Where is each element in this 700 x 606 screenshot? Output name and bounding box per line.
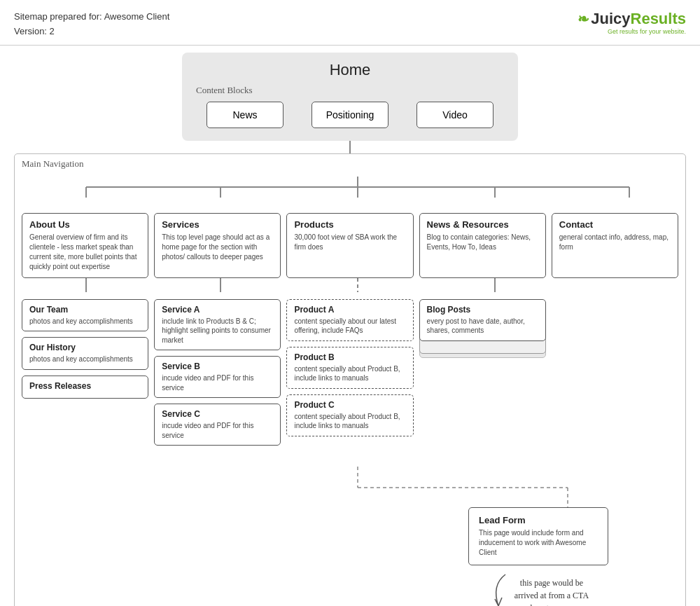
- sitemap-client: Sitemap prepared for: Awesome Client: [14, 10, 169, 25]
- home-child-news: News: [206, 102, 284, 128]
- nav-news-resources: News & Resources Blog to contain categor…: [419, 213, 546, 278]
- logo-tagline: Get results for your website.: [608, 28, 686, 35]
- nav-about-us-desc: General overview of firm and its cliente…: [29, 233, 141, 272]
- lead-form-area: Lead Form This page would include form a…: [22, 467, 678, 606]
- logo: ❧JuicyResults Get results for your websi…: [578, 10, 686, 35]
- news-children: Blog Posts every post to have date, auth…: [419, 299, 546, 446]
- press-releases-title: Press Releases: [29, 381, 141, 391]
- sitemap-area: Home Content Blocks News Positioning Vid…: [0, 46, 700, 606]
- logo-results: Results: [631, 10, 686, 27]
- home-child-positioning-label: Positioning: [326, 109, 374, 120]
- nav-services-title: Services: [162, 219, 273, 230]
- our-team-desc: photos and key accomplishments: [29, 317, 141, 326]
- nav-products: Products 30,000 foot view of SBA work th…: [286, 213, 413, 278]
- nav-contact-desc: general contact info, address, map, form: [559, 233, 671, 252]
- main-nav-section: Main Navigation About Us General overvi: [14, 153, 686, 606]
- lead-form-note-area: this page would be arrived at from a CTA…: [488, 571, 589, 606]
- content-blocks-label: Content Blocks: [196, 85, 504, 96]
- product-c-box: Product C content specially about Produc…: [286, 394, 413, 436]
- about-children: Our Team photos and key accomplishments …: [22, 299, 148, 446]
- service-a-box: Service A include link to Products B & C…: [154, 299, 281, 351]
- service-c-title: Service C: [162, 409, 273, 419]
- service-b-box: Service B incude video and PDF for this …: [154, 356, 281, 398]
- nav-about-us: About Us General overview of firm and it…: [22, 213, 148, 278]
- lead-form-note: this page would be arrived at from a CTA…: [514, 577, 589, 606]
- nav-news-resources-desc: Blog to contain categories: News, Events…: [427, 233, 538, 252]
- press-releases-box: Press Releases: [22, 376, 148, 399]
- nav-services-desc: This top level page should act as a home…: [162, 233, 273, 262]
- product-a-desc: content specially about our latest offer…: [294, 317, 405, 336]
- service-b-title: Service B: [162, 361, 273, 371]
- product-b-box: Product B content specially about Produc…: [286, 347, 413, 389]
- nav-products-title: Products: [294, 219, 405, 230]
- lead-form-with-note: Lead Form This page would include form a…: [468, 507, 608, 606]
- second-level-row: Our Team photos and key accomplishments …: [22, 299, 678, 446]
- home-section: Home Content Blocks News Positioning Vid…: [14, 53, 686, 153]
- our-team-title: Our Team: [29, 305, 141, 315]
- our-history-box: Our History photos and key accomplishmen…: [22, 337, 148, 370]
- blog-posts-title: Blog Posts: [427, 305, 538, 315]
- product-b-desc: content specially about Product B, inclu…: [294, 364, 405, 383]
- home-connector: [349, 141, 351, 153]
- page-header: Sitemap prepared for: Awesome Client Ver…: [0, 0, 700, 46]
- nav-contact: Contact general contact info, address, m…: [552, 213, 678, 278]
- lead-form-box: Lead Form This page would include form a…: [468, 507, 608, 565]
- contact-children: [552, 299, 678, 446]
- second-level-connectors: [22, 278, 678, 292]
- home-child-positioning: Positioning: [312, 102, 388, 128]
- products-children: Product A content specially about our la…: [286, 299, 413, 446]
- service-a-desc: include link to Products B & C; highligh…: [162, 317, 273, 345]
- nav-services: Services This top level page should act …: [154, 213, 281, 278]
- blog-posts-box: Blog Posts every post to have date, auth…: [419, 299, 546, 341]
- services-children: Service A include link to Products B & C…: [154, 299, 281, 446]
- sitemap-info: Sitemap prepared for: Awesome Client Ver…: [14, 10, 169, 39]
- top-nav-row: About Us General overview of firm and it…: [22, 213, 678, 278]
- blog-posts-stack: Blog Posts every post to have date, auth…: [419, 299, 546, 350]
- lead-form-connector-svg: [22, 467, 694, 509]
- nav-news-resources-title: News & Resources: [427, 219, 538, 230]
- our-team-box: Our Team photos and key accomplishments: [22, 299, 148, 332]
- product-c-title: Product C: [294, 400, 405, 410]
- product-a-title: Product A: [294, 305, 405, 315]
- lead-form-container: Lead Form This page would include form a…: [22, 507, 678, 606]
- our-history-desc: photos and key accomplishments: [29, 354, 141, 364]
- logo-juicy: Juicy: [591, 10, 630, 27]
- service-b-desc: incude video and PDF for this service: [162, 373, 273, 392]
- main-nav-label: Main Navigation: [22, 158, 83, 170]
- logo-leaf-icon: ❧: [578, 11, 589, 27]
- home-title: Home: [196, 61, 504, 79]
- lead-form-desc: This page would include form and inducem…: [479, 528, 598, 558]
- nav-about-us-title: About Us: [29, 219, 141, 230]
- second-level-connector-svg: [22, 278, 694, 292]
- lead-form-title: Lead Form: [479, 515, 598, 525]
- service-a-title: Service A: [162, 305, 273, 315]
- nav-contact-title: Contact: [559, 219, 671, 230]
- nav-connector-row: [22, 177, 678, 198]
- logo-text: ❧JuicyResults: [578, 10, 686, 28]
- home-child-news-label: News: [232, 109, 257, 120]
- home-box: Home Content Blocks News Positioning Vid…: [182, 53, 518, 141]
- our-history-title: Our History: [29, 343, 141, 352]
- product-c-desc: content specially about Product B, inclu…: [294, 412, 405, 431]
- service-c-desc: incude video and PDF for this service: [162, 421, 273, 440]
- product-b-title: Product B: [294, 352, 405, 362]
- sitemap-version: Version: 2: [14, 25, 169, 39]
- arrow-icon: [488, 571, 509, 606]
- home-children: News Positioning Video: [196, 102, 504, 128]
- product-a-box: Product A content specially about our la…: [286, 299, 413, 341]
- blog-posts-desc: every post to have date, author, shares,…: [427, 317, 538, 336]
- home-child-video-label: Video: [442, 109, 468, 120]
- service-c-box: Service C incude video and PDF for this …: [154, 404, 281, 446]
- nav-h-connector-svg: [22, 177, 694, 198]
- nav-products-desc: 30,000 foot view of SBA work the firm do…: [294, 233, 405, 252]
- home-child-video: Video: [416, 102, 493, 128]
